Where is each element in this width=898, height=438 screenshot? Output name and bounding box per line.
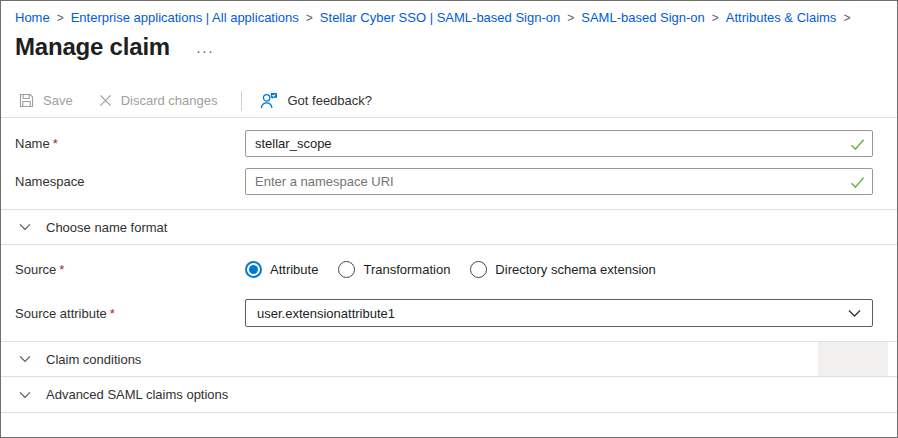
namespace-label: Namespace: [1, 174, 245, 189]
breadcrumb-separator: >: [843, 11, 850, 25]
choose-name-format-section[interactable]: Choose name format: [1, 209, 897, 245]
save-label: Save: [43, 93, 73, 108]
source-field-row: Source* Attribute Transformation Directo…: [1, 254, 897, 284]
breadcrumb-stellar-cyber-sso[interactable]: Stellar Cyber SSO | SAML-based Sign-on: [320, 10, 560, 25]
page-title: Manage claim: [15, 33, 170, 61]
radio-unselected-icon: [338, 261, 355, 278]
breadcrumb-separator: >: [712, 11, 719, 25]
namespace-input-wrap: [245, 168, 873, 195]
feedback-person-icon: [260, 92, 278, 109]
breadcrumb-separator: >: [57, 11, 64, 25]
name-input-wrap: [245, 130, 873, 157]
chevron-down-icon: [848, 309, 861, 318]
chevron-down-icon: [19, 391, 31, 399]
namespace-input[interactable]: [245, 168, 873, 195]
advanced-saml-claims-options-section[interactable]: Advanced SAML claims options: [1, 377, 897, 413]
more-options-button[interactable]: ···: [196, 38, 214, 56]
name-field-row: Name*: [1, 130, 897, 157]
discard-changes-label: Discard changes: [121, 93, 218, 108]
title-row: Manage claim ···: [15, 33, 897, 61]
choose-name-format-label: Choose name format: [46, 220, 167, 235]
radio-unselected-icon: [470, 261, 487, 278]
radio-selected-icon: [245, 261, 262, 278]
manage-claim-page: Home>Enterprise applications | All appli…: [0, 0, 898, 438]
source-attribute-value: user.extensionattribute1: [257, 306, 395, 321]
radio-attribute[interactable]: Attribute: [245, 261, 318, 278]
claim-conditions-section[interactable]: Claim conditions: [1, 342, 897, 377]
source-radio-group: Attribute Transformation Directory schem…: [245, 261, 676, 278]
chevron-down-icon: [19, 223, 31, 231]
source-attribute-dropdown[interactable]: user.extensionattribute1: [245, 299, 873, 327]
chevron-down-icon: [19, 355, 31, 363]
radio-directory-schema-extension-label: Directory schema extension: [495, 262, 655, 277]
breadcrumb: Home>Enterprise applications | All appli…: [1, 1, 897, 25]
breadcrumb-enterprise-applications[interactable]: Enterprise applications | All applicatio…: [71, 10, 299, 25]
close-icon: [99, 94, 112, 107]
source-attribute-label: Source attribute*: [1, 306, 245, 321]
source-attribute-field-row: Source attribute* user.extensionattribut…: [1, 299, 897, 327]
scrollbar-track: [818, 342, 888, 376]
toolbar-divider: [241, 91, 242, 111]
valid-check-icon: [850, 137, 865, 155]
name-input[interactable]: [245, 130, 873, 157]
source-label: Source*: [1, 262, 245, 277]
valid-check-icon: [850, 175, 865, 193]
breadcrumb-attributes-claims[interactable]: Attributes & Claims: [726, 10, 837, 25]
breadcrumb-home[interactable]: Home: [15, 10, 50, 25]
radio-attribute-label: Attribute: [270, 262, 318, 277]
radio-transformation[interactable]: Transformation: [338, 261, 450, 278]
got-feedback-button[interactable]: Got feedback?: [260, 92, 372, 109]
advanced-saml-claims-options-label: Advanced SAML claims options: [46, 387, 228, 402]
radio-directory-schema-extension[interactable]: Directory schema extension: [470, 261, 655, 278]
required-asterisk: *: [53, 136, 58, 151]
radio-transformation-label: Transformation: [363, 262, 450, 277]
breadcrumb-separator: >: [306, 11, 313, 25]
save-icon: [19, 93, 34, 108]
claim-conditions-label: Claim conditions: [46, 352, 141, 367]
breadcrumb-separator: >: [567, 11, 574, 25]
required-asterisk: *: [59, 262, 64, 277]
save-button[interactable]: Save: [19, 93, 73, 108]
got-feedback-label: Got feedback?: [287, 93, 372, 108]
discard-changes-button[interactable]: Discard changes: [99, 93, 218, 108]
command-bar: Save Discard changes Got feedback?: [1, 84, 897, 118]
name-label: Name*: [1, 136, 245, 151]
bottom-sections: Claim conditions Advanced SAML claims op…: [1, 341, 897, 413]
breadcrumb-saml-based-sign-on[interactable]: SAML-based Sign-on: [581, 10, 705, 25]
namespace-field-row: Namespace: [1, 168, 897, 195]
required-asterisk: *: [110, 306, 115, 321]
